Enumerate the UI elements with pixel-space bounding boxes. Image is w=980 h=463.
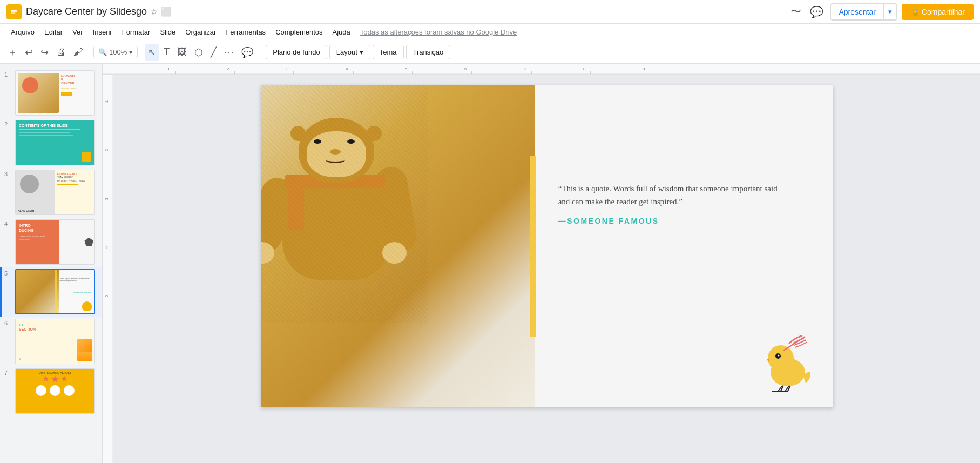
print-button[interactable]: 🖨 [53, 44, 69, 60]
slide-item-1[interactable]: 1 DAYCARECENTER Daycare Center [0, 68, 102, 118]
menu-slide[interactable]: Slide [156, 26, 180, 38]
layout-button[interactable]: Layout ▾ [329, 45, 370, 59]
menu-editar[interactable]: Editar [40, 26, 67, 38]
redo-button[interactable]: ↪ [37, 44, 52, 61]
slide-thumb-5: "This is a quote. Words full of wisdom t… [15, 269, 95, 314]
slide-item-4[interactable]: 4 INTRO-DUCING Lorem ipsum dolor sit ame… [0, 217, 102, 267]
quote-author[interactable]: —SOMEONE FAMOUS [558, 217, 787, 225]
transition-button[interactable]: Transição [406, 45, 451, 59]
svg-text:6: 6 [464, 66, 467, 71]
toolbar-actions: Plano de fundo Layout ▾ Tema Transição [266, 45, 450, 59]
menu-inserir[interactable]: Inserir [89, 26, 117, 38]
quote-area: “This is a quote. Words full of wisdom t… [558, 182, 787, 225]
line-tool[interactable]: ╱ [207, 44, 220, 61]
slide-num-3: 3 [4, 171, 12, 177]
slide-item-2[interactable]: 2 CONTENTS OF THIS SLIDE [0, 118, 102, 167]
text-tool[interactable]: T [160, 44, 173, 60]
toolbar: ＋ ↩ ↪ 🖨 🖌 🔍 100% ▾ ↖ T 🖼 ⬡ ╱ ⋯ 💬 Plano d… [0, 41, 980, 64]
menu-ver[interactable]: Ver [68, 26, 87, 38]
svg-text:1: 1 [104, 100, 109, 103]
ruler-svg-h: 1 2 3 4 5 6 7 8 9 [103, 64, 980, 75]
ruler-svg-v: 1 2 3 4 5 [103, 75, 113, 463]
layout-label: Layout [336, 48, 357, 56]
background-button[interactable]: Plano de fundo [266, 45, 327, 59]
bird-illustration [762, 335, 816, 394]
zoom-level: 100% [109, 48, 127, 56]
title-area: Daycare Center by Slidesgo ☆ ⬜ [26, 6, 172, 17]
analytics-icon[interactable]: 〜 [788, 2, 803, 21]
svg-text:8: 8 [583, 66, 586, 71]
main-area: 1 DAYCARECENTER Daycare Center 2 CONT [0, 64, 980, 463]
add-button[interactable]: ＋ [4, 44, 21, 61]
zoom-control[interactable]: 🔍 100% ▾ [93, 46, 138, 58]
theme-button[interactable]: Tema [373, 45, 404, 59]
select-tool[interactable]: ↖ [145, 44, 159, 61]
chat-icon[interactable]: 💬 [808, 3, 826, 21]
slide-thumb-7: OUR TEACHING HEROES [15, 368, 95, 414]
menu-ferramentas[interactable]: Ferramentas [221, 26, 270, 38]
monkey-illustration [261, 85, 428, 323]
drive-icon[interactable]: ⬜ [161, 6, 172, 17]
present-button[interactable]: Apresentar [830, 4, 883, 20]
menu-organizar[interactable]: Organizar [181, 26, 220, 38]
yellow-accent-bar [530, 156, 536, 337]
svg-text:2: 2 [227, 66, 229, 71]
horizontal-ruler: 1 2 3 4 5 6 7 8 9 [103, 64, 980, 75]
svg-point-39 [768, 345, 794, 371]
quote-text[interactable]: “This is a quote. Words full of wisdom t… [558, 182, 787, 208]
svg-text:9: 9 [643, 66, 645, 71]
star-icon[interactable]: ☆ [150, 6, 158, 17]
svg-rect-3 [11, 12, 16, 13]
svg-point-41 [778, 355, 779, 357]
slide-item-3[interactable]: 3 ALAN GRANT ELONA GRANT TEAM MEMBER HR … [0, 167, 102, 217]
divider-1 [90, 46, 90, 59]
menu-formatar[interactable]: Formatar [118, 26, 155, 38]
svg-text:5: 5 [405, 66, 408, 71]
slide-item-7[interactable]: 7 OUR TEACHING HEROES [0, 366, 102, 416]
slide-num-6: 6 [4, 320, 12, 326]
undo-button[interactable]: ↩ [22, 44, 36, 61]
slide-thumb-4: INTRO-DUCING Lorem ipsum dolor sit amet … [15, 219, 95, 265]
slide-num-2: 2 [4, 121, 12, 128]
zoom-dropdown-icon: ▾ [129, 48, 133, 56]
shape-tool[interactable]: ⬡ [191, 44, 206, 61]
present-dropdown-button[interactable]: ▾ [884, 4, 897, 20]
topbar-right: 〜 💬 Apresentar ▾ 🔒 Compartilhar [788, 2, 974, 21]
svg-text:4: 4 [104, 246, 109, 249]
image-tool[interactable]: 🖼 [174, 44, 190, 60]
slide-canvas[interactable]: “This is a quote. Words full of wisdom t… [261, 85, 833, 407]
menu-complementos[interactable]: Complementos [271, 26, 327, 38]
divider-2 [141, 46, 141, 59]
menu-ajuda[interactable]: Ajuda [328, 26, 355, 38]
slide-item-6[interactable]: 6 01. SECTION ✿ [0, 317, 102, 366]
svg-text:5: 5 [104, 294, 109, 297]
svg-text:2: 2 [104, 149, 109, 151]
add-comment[interactable]: 💬 [238, 44, 256, 61]
paint-format-button[interactable]: 🖌 [70, 44, 86, 60]
slide-thumb-2: CONTENTS OF THIS SLIDE [15, 120, 95, 165]
topbar: Daycare Center by Slidesgo ☆ ⬜ 〜 💬 Apres… [0, 0, 980, 24]
slide-panel: 1 DAYCARECENTER Daycare Center 2 CONT [0, 64, 103, 463]
slide-thumb-6: 01. SECTION ✿ [15, 319, 95, 364]
svg-text:1: 1 [167, 66, 170, 71]
doc-title[interactable]: Daycare Center by Slidesgo [26, 6, 147, 17]
layout-dropdown-icon: ▾ [360, 48, 363, 56]
menubar: Arquivo Editar Ver Inserir Formatar Slid… [0, 24, 980, 41]
svg-rect-23 [103, 75, 113, 463]
canvas-area: 1 2 3 4 5 6 7 8 9 [103, 64, 980, 463]
slide-num-4: 4 [4, 220, 12, 227]
zoom-icon: 🔍 [98, 48, 107, 56]
menu-arquivo[interactable]: Arquivo [6, 26, 39, 38]
slide-item-5[interactable]: 5 "This is a quote. Words full of wisdom… [0, 267, 102, 317]
slide-num-5: 5 [4, 270, 12, 277]
more-tools[interactable]: ⋯ [221, 44, 237, 61]
slide-num-1: 1 [4, 71, 12, 78]
vertical-ruler: 1 2 3 4 5 [103, 75, 113, 463]
slide-num-7: 7 [4, 370, 12, 376]
svg-text:3: 3 [286, 66, 289, 71]
svg-text:3: 3 [104, 197, 109, 200]
crochet-texture [261, 85, 428, 323]
share-button[interactable]: 🔒 Compartilhar [902, 4, 974, 20]
slide-thumb-1: DAYCARECENTER Daycare Center [15, 70, 95, 116]
slide-canvas-container[interactable]: “This is a quote. Words full of wisdom t… [113, 75, 980, 463]
